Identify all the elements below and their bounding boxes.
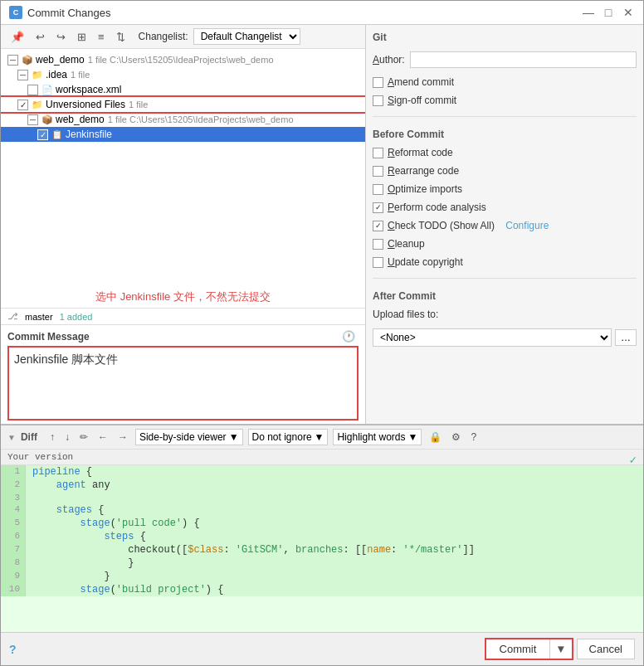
- tree-meta-web-demo-sub: 1 file C:\Users\15205\IdeaProjects\web_d…: [108, 114, 294, 124]
- left-toolbar: 📌 ↩ ↪ ⊞ ≡ ⇅ Changelist: Default Changeli…: [1, 25, 365, 49]
- commit-msg-history-button[interactable]: 🕐: [339, 328, 359, 344]
- pin-button[interactable]: 📌: [7, 29, 27, 45]
- tree-checkbox-unversioned[interactable]: ✓: [17, 100, 28, 110]
- signoff-commit-label: Sign-off commit: [388, 95, 456, 106]
- perform-analysis-checkbox[interactable]: [373, 202, 383, 213]
- diff-title: Diff: [21, 431, 37, 443]
- reformat-code-checkbox[interactable]: [373, 148, 383, 158]
- diff-prev-button[interactable]: ↑: [47, 430, 57, 444]
- commit-message-input[interactable]: Jenkinsfile 脚本文件: [7, 346, 359, 421]
- divider-1: [373, 116, 637, 117]
- diff-line-3: 3: [1, 492, 643, 503]
- diff-content: Your version ✓ 1 pipeline { 2 agent any …: [1, 450, 643, 632]
- tree-item-idea[interactable]: ─ 📁 .idea 1 file: [1, 67, 365, 82]
- changelist-label: Changelist:: [139, 31, 188, 42]
- sort-button[interactable]: ⇅: [113, 29, 129, 45]
- line-num-4: 4: [1, 503, 26, 517]
- line-num-7: 7: [1, 543, 26, 557]
- bottom-bar: ? Commit ▼ Cancel: [1, 632, 643, 665]
- diff-help-button[interactable]: ?: [468, 430, 479, 444]
- upload-select[interactable]: <None>: [373, 328, 612, 347]
- added-badge: 1 added: [60, 312, 93, 322]
- update-copyright-checkbox[interactable]: [373, 257, 383, 268]
- update-copyright-label: Update copyright: [388, 256, 463, 268]
- signoff-commit-checkbox[interactable]: [373, 95, 383, 106]
- diff-forward-button[interactable]: →: [115, 430, 130, 444]
- tree-label-unversioned: Unversioned Files: [46, 99, 125, 110]
- line-num-2: 2: [1, 479, 26, 492]
- diff-settings-button[interactable]: ⚙: [449, 430, 463, 444]
- check-todo-label: Check TODO (Show All): [388, 220, 495, 231]
- rearrange-code-checkbox[interactable]: [373, 166, 383, 177]
- commit-dropdown-arrow[interactable]: ▼: [549, 639, 571, 659]
- tree-label-workspace: workspace.xml: [56, 84, 121, 95]
- diff-line-6: 6 steps {: [1, 530, 643, 543]
- tree-checkbox-web-demo-root[interactable]: ─: [7, 55, 18, 66]
- cleanup-checkbox[interactable]: [373, 239, 383, 250]
- rearrange-code-label: Rearrange code: [388, 165, 459, 177]
- cleanup-row: Cleanup: [373, 238, 637, 250]
- author-input[interactable]: [410, 51, 637, 68]
- bottom-left: ?: [9, 643, 17, 656]
- viewer-label: Side-by-side viewer: [139, 431, 227, 443]
- diff-lock-button[interactable]: 🔒: [427, 430, 444, 444]
- tree-checkbox-jenkinsfile[interactable]: ✓: [37, 129, 48, 140]
- divider-2: [373, 278, 637, 279]
- tree-checkbox-web-demo-sub[interactable]: ─: [27, 114, 38, 125]
- git-section-title: Git: [373, 32, 637, 43]
- check-todo-checkbox[interactable]: [373, 221, 383, 231]
- ignore-arrow: ▼: [315, 431, 324, 443]
- reformat-code-label: Reformat code: [388, 147, 453, 158]
- optimize-imports-checkbox[interactable]: [373, 184, 383, 195]
- commit-button[interactable]: Commit: [486, 639, 550, 659]
- tree-label-idea: .idea: [46, 69, 67, 80]
- tree-checkbox-workspace[interactable]: [27, 85, 38, 95]
- status-bar: ⎇ master 1 added: [1, 308, 365, 324]
- maximize-button[interactable]: □: [602, 6, 615, 19]
- reformat-code-row: Reformat code: [373, 147, 637, 158]
- close-button[interactable]: ✕: [622, 6, 635, 19]
- help-button[interactable]: ?: [9, 643, 17, 656]
- line-content-6: steps {: [26, 530, 643, 543]
- diff-edit-button[interactable]: ✏: [77, 430, 90, 444]
- tree-item-workspace[interactable]: 📄 workspace.xml: [1, 82, 365, 97]
- main-content: 📌 ↩ ↪ ⊞ ≡ ⇅ Changelist: Default Changeli…: [1, 25, 643, 424]
- changelist-select[interactable]: Default Changelist: [193, 28, 300, 45]
- group-button[interactable]: ⊞: [74, 29, 90, 45]
- module-icon-sub: 📦: [41, 114, 53, 125]
- cancel-button[interactable]: Cancel: [577, 639, 635, 659]
- line-num-5: 5: [1, 517, 26, 530]
- line-content-8: }: [26, 557, 643, 570]
- tree-item-unversioned[interactable]: ✓ 📁 Unversioned Files 1 file: [1, 97, 365, 112]
- diff-next-button[interactable]: ↓: [62, 430, 72, 444]
- branch-icon: ⎇: [7, 311, 18, 322]
- diff-line-5: 5 stage('pull code') {: [1, 517, 643, 530]
- author-row: Author:: [373, 51, 637, 68]
- file-icon-jenkinsfile: 📋: [51, 129, 63, 140]
- line-content-5: stage('pull code') {: [26, 517, 643, 530]
- commit-msg-label: Commit Message: [7, 331, 90, 343]
- branch-name: master: [25, 312, 53, 322]
- tree-item-jenkinsfile[interactable]: ✓ 📋 Jenkinsfile: [1, 127, 365, 142]
- line-num-9: 9: [1, 570, 26, 583]
- configure-link[interactable]: Configure: [505, 220, 549, 231]
- tree-checkbox-idea[interactable]: ─: [17, 70, 28, 80]
- before-commit-label: Before Commit: [373, 129, 637, 140]
- perform-analysis-label: Perform code analysis: [388, 202, 486, 213]
- line-content-3: [26, 492, 643, 503]
- amend-commit-checkbox[interactable]: [373, 77, 383, 88]
- window-title: Commit Changes: [27, 7, 110, 19]
- line-num-1: 1: [1, 465, 26, 479]
- redo-button[interactable]: ↪: [53, 29, 69, 45]
- diff-back-button[interactable]: ←: [95, 430, 110, 444]
- tree-item-web-demo-sub[interactable]: ─ 📦 web_demo 1 file C:\Users\15205\IdeaP…: [1, 112, 365, 127]
- tree-item-web-demo-root[interactable]: ─ 📦 web_demo 1 file C:\Users\15205\IdeaP…: [1, 52, 365, 67]
- tree-meta-unversioned: 1 file: [129, 100, 148, 109]
- undo-button[interactable]: ↩: [32, 29, 48, 45]
- viewer-dropdown[interactable]: Side-by-side viewer ▼: [135, 429, 243, 445]
- minimize-button[interactable]: —: [582, 6, 595, 19]
- ignore-dropdown[interactable]: Do not ignore ▼: [248, 429, 329, 445]
- highlight-dropdown[interactable]: Highlight words ▼: [333, 429, 422, 445]
- upload-settings-button[interactable]: …: [615, 329, 637, 346]
- list-button[interactable]: ≡: [95, 29, 108, 45]
